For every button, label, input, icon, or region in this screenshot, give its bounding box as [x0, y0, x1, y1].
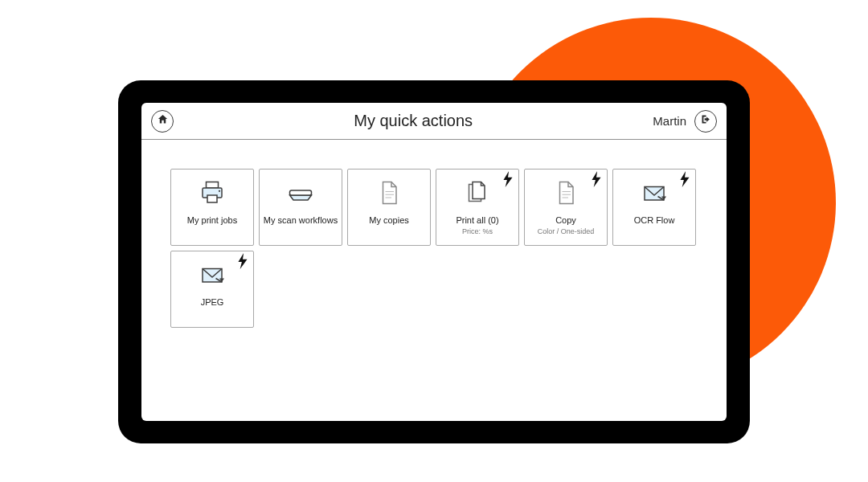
- user-name: Martin: [653, 114, 686, 128]
- svg-rect-2: [207, 195, 217, 202]
- tile-my-scan-workflows[interactable]: My scan workflows: [259, 169, 342, 246]
- page-title: My quick actions: [174, 112, 653, 130]
- doc-icon: [351, 176, 427, 210]
- svg-rect-0: [207, 182, 219, 189]
- tile-print-all[interactable]: Print all (0)Price: %s: [436, 169, 519, 246]
- tile-jpeg[interactable]: JPEG: [170, 251, 254, 328]
- tile-label: My scan workflows: [264, 214, 338, 226]
- logout-button[interactable]: [694, 110, 717, 133]
- tablet-frame: My quick actions Martin My print jobsMy …: [118, 80, 750, 443]
- lightning-bolt-icon: [237, 253, 248, 269]
- tile-label: My copies: [369, 214, 409, 226]
- home-icon: [157, 113, 169, 129]
- tile-label: Print all (0): [456, 214, 498, 226]
- lightning-bolt-icon: [502, 171, 514, 187]
- device-screen: My quick actions Martin My print jobsMy …: [141, 103, 727, 421]
- printer-icon: [174, 176, 250, 210]
- tile-label: My print jobs: [187, 214, 237, 226]
- tile-sublabel: Price: %s: [462, 227, 493, 236]
- quick-actions-grid: My print jobsMy scan workflowsMy copiesP…: [141, 140, 727, 344]
- scanner-icon: [263, 176, 338, 210]
- svg-rect-4: [290, 190, 312, 195]
- tile-label: OCR Flow: [634, 214, 675, 226]
- tile-my-print-jobs[interactable]: My print jobs: [170, 169, 254, 246]
- tile-label: JPEG: [201, 296, 224, 308]
- user-area: Martin: [653, 110, 717, 133]
- home-button[interactable]: [151, 110, 174, 133]
- svg-point-3: [219, 190, 220, 192]
- lightning-bolt-icon: [679, 171, 690, 187]
- tile-ocr-flow[interactable]: OCR Flow: [612, 169, 696, 246]
- tile-my-copies[interactable]: My copies: [347, 169, 431, 246]
- tile-copy[interactable]: CopyColor / One-sided: [524, 169, 608, 246]
- topbar: My quick actions Martin: [141, 103, 727, 140]
- lightning-bolt-icon: [591, 171, 602, 187]
- tile-sublabel: Color / One-sided: [538, 227, 595, 236]
- tile-label: Copy: [555, 214, 576, 226]
- logout-icon: [700, 113, 712, 129]
